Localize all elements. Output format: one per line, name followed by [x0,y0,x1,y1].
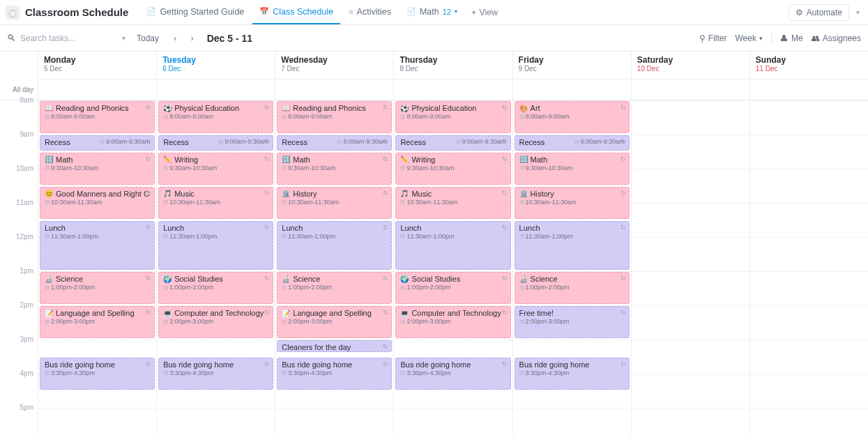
event-science[interactable]: ↻🔬Science◷1:00pm-2:00pm [515,272,630,304]
day-body[interactable]: ↻⚽Physical Education◷8:00am-9:00am↻Reces… [394,100,512,435]
event-recess[interactable]: ↻Recess◷9:00am-9:30am [515,135,630,151]
all-day-cell[interactable] [632,79,749,100]
event-language-and-spelling[interactable]: ↻📝Language and Spelling◷2:00pm-3:00pm [277,306,392,338]
search-chevron-icon[interactable]: ▾ [122,34,125,42]
event-physical-education[interactable]: ↻⚽Physical Education◷8:00am-9:00am [158,101,273,133]
day-body[interactable]: ↻🎨Art◷8:00am-9:00am↻Recess◷9:00am-9:30am… [513,100,631,435]
event-music[interactable]: ↻🎵Music◷10:30am-11:30am [158,187,273,219]
tab-math[interactable]: 📄Math12▾ [399,0,464,24]
day-body[interactable] [632,100,749,435]
event-music[interactable]: ↻🎵Music◷10:30am-11:30am [395,187,510,219]
event-history[interactable]: ↻🏛️History◷10:30am-11:30am [277,187,392,219]
event-recess[interactable]: ↻Recess◷9:00am-9:30am [395,135,510,151]
all-day-cell[interactable] [394,79,512,100]
event-title: 🎵Music [163,190,268,198]
clock-icon: ◷ [519,233,524,239]
event-lunch[interactable]: ↻Lunch◷11:30am-1:00pm [277,221,392,270]
event-science[interactable]: ↻🔬Science◷1:00pm-2:00pm [40,272,155,304]
event-bus-ride-going-home[interactable]: ↻Bus ride going home◷3:30pm-4:30pm [277,358,392,390]
day-column-sunday: Sunday11 Dec [750,52,868,435]
event-reading-and-phonics[interactable]: ↻📖Reading and Phonics◷8:00am-9:00am [277,101,392,133]
day-body[interactable]: ↻📖Reading and Phonics◷8:00am-9:00am↻Rece… [275,100,393,435]
event-recess[interactable]: ↻Recess◷9:00am-9:30am [40,135,155,151]
event-computer-and-technology[interactable]: ↻💻Computer and Technology◷2:00pm-3:00pm [158,306,273,338]
event-math[interactable]: ↻🔢Math◷9:30am-10:30am [277,153,392,185]
event-emoji: ⚽ [400,105,409,112]
event-title: 🎵Music [400,190,505,198]
event-bus-ride-going-home[interactable]: ↻Bus ride going home◷3:30pm-4:30pm [515,358,630,390]
hour-label: 5pm [20,404,33,411]
recur-icon: ↻ [146,360,151,367]
recur-icon: ↻ [502,360,508,367]
event-lunch[interactable]: ↻Lunch◷11:30am-1:00pm [395,221,510,270]
event-recess[interactable]: ↻Recess◷9:00am-9:30am [158,135,273,151]
event-free-time-[interactable]: ↻Free time!◷2:00pm-3:00pm [515,306,630,338]
chevron-down-icon[interactable]: ▾ [455,8,457,15]
more-chevron[interactable]: ▾ [853,6,862,19]
search-input[interactable] [20,33,104,43]
event-social-studies[interactable]: ↻🌍Social Studies◷1:00pm-2:00pm [158,272,273,304]
event-emoji: 📖 [45,105,53,112]
event-bus-ride-going-home[interactable]: ↻Bus ride going home◷3:30pm-4:30pm [395,358,510,390]
event-title: Lunch [45,224,150,232]
next-week-button[interactable]: › [187,31,197,45]
event-language-and-spelling[interactable]: ↻📝Language and Spelling◷2:00pm-3:00pm [40,306,155,338]
event-history[interactable]: ↻🏛️History◷10:30am-11:30am [515,187,630,219]
event-recess[interactable]: ↻Recess◷9:00am-9:30am [277,135,392,151]
assignees-button[interactable]: 👥︎ Assignees [812,33,861,43]
all-day-cell[interactable] [275,79,393,100]
chevron-down-icon: ▾ [759,35,763,42]
view-mode-dropdown[interactable]: Week ▾ [735,33,762,43]
event-bus-ride-going-home[interactable]: ↻Bus ride going home◷3:30pm-4:30pm [40,358,155,390]
event-cleaners-for-the-day[interactable]: ↻Cleaners for the day◷3:00pm-3:20pm [277,340,392,352]
event-physical-education[interactable]: ↻⚽Physical Education◷8:00am-9:00am [395,101,510,133]
tab-class-schedule[interactable]: 📅Class Schedule [252,0,340,24]
add-view-button[interactable]: + View [464,8,505,17]
event-title: Bus ride going home [45,360,150,369]
prev-week-button[interactable]: ‹ [170,31,180,45]
event-math[interactable]: ↻🔢Math◷9:30am-10:30am [515,153,630,185]
recur-icon: ↻ [620,360,626,367]
clock-icon: ◷ [519,319,524,325]
tab-activities[interactable]: ≡Activities [342,0,398,24]
event-computer-and-technology[interactable]: ↻💻Computer and Technology◷2:00pm-3:00pm [395,306,510,338]
toolbar: 🔍︎ ▾ Today ‹ › Dec 5 - 11 ⚲ Filter Week … [0,25,868,52]
event-writing[interactable]: ↻✏️Writing◷9:30am-10:30am [158,153,273,185]
me-button[interactable]: 👤︎ Me [780,33,803,43]
event-art[interactable]: ↻🎨Art◷8:00am-9:00am [515,101,630,133]
event-title: Bus ride going home [163,360,268,369]
tab-label: Getting Started Guide [160,7,244,17]
event-time: ◷9:30am-10:30am [45,165,150,171]
event-good-manners-and-right-conduct[interactable]: ↻😊Good Manners and Right Conduct◷10:30am… [40,187,155,219]
event-math[interactable]: ↻🔢Math◷9:30am-10:30am [40,153,155,185]
day-body[interactable]: ↻⚽Physical Education◷8:00am-9:00am↻Reces… [157,100,275,435]
tab-getting-started-guide[interactable]: 📄Getting Started Guide [139,0,251,24]
event-time: ◷9:30am-10:30am [163,165,268,171]
search-box[interactable]: 🔍︎ ▾ [7,33,125,43]
event-writing[interactable]: ↻✏️Writing◷9:30am-10:30am [395,153,510,185]
day-body[interactable] [750,100,868,435]
all-day-cell[interactable] [38,79,156,100]
today-button[interactable]: Today [132,32,163,45]
all-day-cell[interactable] [750,79,868,100]
all-day-cell[interactable] [513,79,631,100]
recur-icon: ↻ [264,275,270,282]
event-reading-and-phonics[interactable]: ↻📖Reading and Phonics◷8:00am-9:00am [40,101,155,133]
all-day-cell[interactable] [157,79,275,100]
automate-button[interactable]: ⚙︎ Automate [789,4,849,21]
event-social-studies[interactable]: ↻🌍Social Studies◷1:00pm-2:00pm [395,272,510,304]
event-time: ◷9:30am-10:30am [519,165,625,171]
event-lunch[interactable]: ↻Lunch◷11:30am-1:00pm [515,221,630,270]
day-header: Saturday10 Dec [632,52,749,79]
event-science[interactable]: ↻🔬Science◷1:00pm-2:00pm [277,272,392,304]
hour-row: 12pm [0,237,38,271]
event-title: 🔬Science [282,275,387,283]
tab-icon: 📅 [259,7,269,16]
day-body[interactable]: ↻📖Reading and Phonics◷8:00am-9:00am↻Rece… [38,100,156,435]
event-lunch[interactable]: ↻Lunch◷11:30am-1:00pm [158,221,273,270]
filter-button[interactable]: ⚲ Filter [699,33,727,43]
add-view-label: View [479,8,498,17]
event-bus-ride-going-home[interactable]: ↻Bus ride going home◷3:30pm-4:30pm [158,358,273,390]
event-lunch[interactable]: ↻Lunch◷11:30am-1:00pm [40,221,155,270]
day-date: 10 Dec [637,65,744,72]
